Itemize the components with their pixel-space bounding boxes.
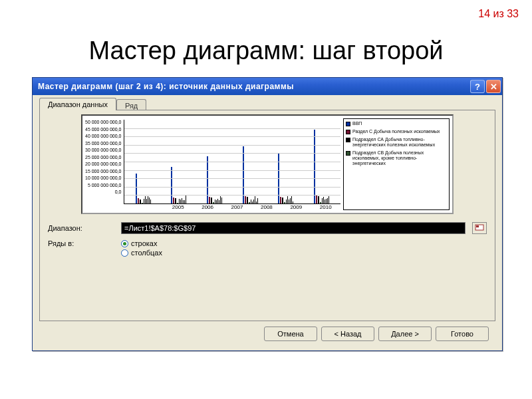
chart-wizard-dialog: Мастер диаграмм (шаг 2 из 4): источник д…	[32, 77, 503, 351]
collapse-range-icon	[475, 224, 484, 232]
tab-data-range[interactable]: Диапазон данных	[39, 98, 116, 110]
y-axis-labels: 50 000 000 000,045 000 000 000,040 000 0…	[85, 120, 124, 194]
range-row: Диапазон:	[48, 222, 487, 234]
plot-area	[124, 120, 341, 204]
radio-rows[interactable]	[121, 240, 128, 247]
tab-pane: 50 000 000 000,045 000 000 000,040 000 0…	[39, 110, 495, 321]
button-bar: Отмена < Назад Далее > Готово	[39, 321, 495, 346]
radio-cols[interactable]	[121, 249, 128, 257]
titlebar: Мастер диаграмм (шаг 2 из 4): источник д…	[33, 78, 502, 95]
slide-counter: 14 из 33	[478, 8, 519, 20]
x-axis-labels: 200520062007200820092010	[124, 204, 341, 210]
back-button[interactable]: < Назад	[321, 327, 374, 341]
dialog-body: Диапазон данных Ряд 50 000 000 000,045 0…	[33, 95, 502, 350]
close-button[interactable]: ✕	[486, 80, 501, 93]
radio-cols-option[interactable]: столбцах	[121, 249, 162, 257]
next-button[interactable]: Далее >	[378, 327, 432, 341]
tab-strip: Диапазон данных Ряд	[39, 98, 495, 110]
finish-button[interactable]: Готово	[436, 327, 489, 341]
chart-preview: 50 000 000 000,045 000 000 000,040 000 0…	[81, 114, 454, 214]
rows-in-label: Ряды в:	[48, 239, 114, 247]
legend: ВВПРаздел С Добыча полезных ископаемыхПо…	[343, 118, 450, 210]
help-button[interactable]: ?	[470, 80, 485, 93]
range-input[interactable]	[121, 222, 466, 234]
radio-rows-option[interactable]: строках	[121, 239, 162, 247]
cancel-button[interactable]: Отмена	[264, 327, 317, 341]
rows-in-row: Ряды в: строках столбцах	[48, 239, 487, 257]
page-title: Мастер диаграмм: шаг второй	[0, 37, 532, 65]
titlebar-text: Мастер диаграмм (шаг 2 из 4): источник д…	[38, 82, 469, 91]
radio-cols-label: столбцах	[131, 249, 162, 257]
radio-rows-label: строках	[131, 239, 157, 247]
range-picker-button[interactable]	[472, 222, 487, 234]
range-label: Диапазон:	[48, 224, 114, 232]
svg-rect-1	[476, 225, 479, 227]
